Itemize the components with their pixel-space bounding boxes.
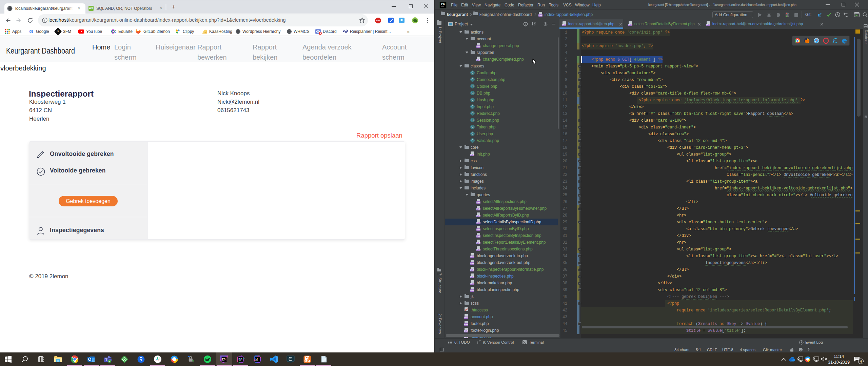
svg-text:PS: PS	[222, 358, 225, 361]
svg-text:IJ: IJ	[256, 358, 258, 361]
svg-text:DG: DG	[239, 358, 242, 361]
